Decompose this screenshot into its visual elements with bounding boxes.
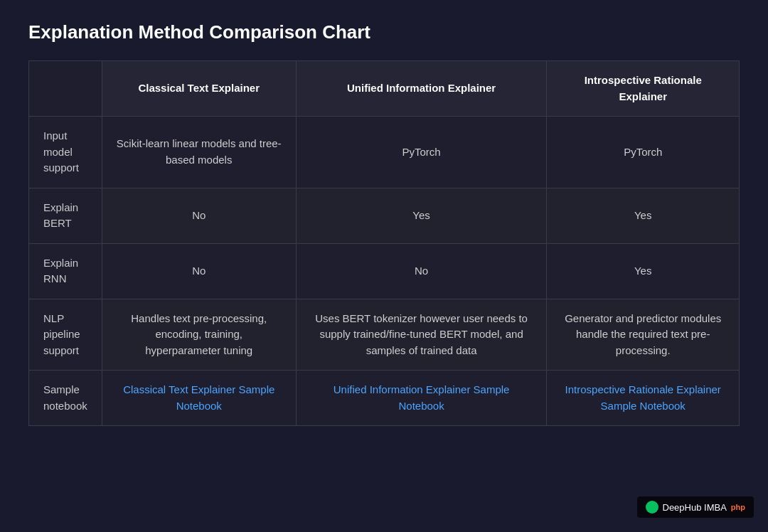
cell-col3: Yes [547, 188, 740, 243]
cell-col2: PyTorch [296, 117, 547, 188]
cell-col3: Generator and predictor modules handle t… [547, 299, 740, 371]
cell-col2: No [296, 243, 547, 299]
cell-col1: Handles text pre-processing, encoding, t… [102, 299, 296, 371]
comparison-table: Classical Text Explainer Unified Informa… [28, 60, 740, 426]
header-col2: Unified Information Explainer [296, 61, 547, 117]
row-label-cell: Explain BERT [29, 188, 102, 243]
cell-col1: No [102, 243, 296, 299]
wechat-icon [646, 501, 658, 514]
watermark-php: php [731, 503, 745, 511]
header-col3: Introspective Rationale Explainer [547, 61, 740, 117]
cell-col2[interactable]: Unified Information Explainer Sample Not… [296, 371, 547, 426]
cell-col1: Scikit-learn linear models and tree-base… [102, 117, 296, 188]
row-label-cell: NLP pipeline support [29, 299, 102, 371]
header-empty-cell [29, 61, 102, 117]
table-row: NLP pipeline supportHandles text pre-pro… [29, 299, 740, 371]
table-row: Sample notebookClassical Text Explainer … [29, 371, 740, 426]
cell-col3: Yes [547, 243, 740, 299]
table-header-row: Classical Text Explainer Unified Informa… [29, 61, 740, 117]
watermark-text: DeepHub IMBA [663, 502, 727, 513]
cell-col1[interactable]: Classical Text Explainer Sample Notebook [102, 371, 296, 426]
col2-link[interactable]: Unified Information Explainer Sample Not… [334, 383, 510, 412]
table-row: Explain RNNNoNoYes [29, 243, 740, 299]
col1-link[interactable]: Classical Text Explainer Sample Notebook [123, 383, 274, 412]
header-col1: Classical Text Explainer [102, 61, 296, 117]
cell-col2: Yes [296, 188, 547, 243]
table-row: Input model supportScikit-learn linear m… [29, 117, 740, 188]
col3-link[interactable]: Introspective Rationale Explainer Sample… [565, 383, 721, 412]
cell-col3[interactable]: Introspective Rationale Explainer Sample… [547, 371, 740, 426]
cell-col3: PyTorch [547, 117, 740, 188]
watermark: DeepHub IMBA php [637, 496, 754, 518]
page-title: Explanation Method Comparison Chart [28, 21, 740, 43]
cell-col2: Uses BERT tokenizer however user needs t… [296, 299, 547, 371]
row-label-cell: Explain RNN [29, 243, 102, 299]
table-row: Explain BERTNoYesYes [29, 188, 740, 243]
cell-col1: No [102, 188, 296, 243]
row-label-cell: Sample notebook [29, 371, 102, 426]
row-label-cell: Input model support [29, 117, 102, 188]
